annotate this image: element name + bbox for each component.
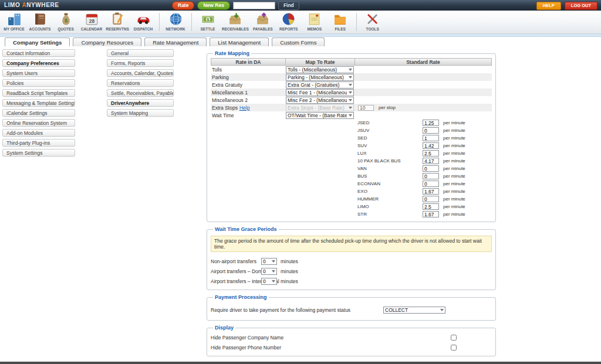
- sidebar-item-readback-script-templates[interactable]: ReadBack Script Templates: [2, 89, 75, 97]
- toolbar-item-files[interactable]: FILES: [327, 12, 353, 31]
- payment-status-select[interactable]: COLLECT: [383, 307, 445, 314]
- nav-item-label: System Users: [6, 70, 38, 76]
- help-button[interactable]: HELP: [536, 2, 561, 10]
- sidebar-item-system-users[interactable]: System Users: [2, 69, 75, 77]
- map-to-rate-select-extra-stops[interactable]: Extra Stops - (Base Rate): [286, 104, 354, 111]
- toolbar-item-label: DISPATCH: [134, 27, 153, 31]
- pie-chart-icon: [281, 12, 296, 26]
- extra-stops-help-link[interactable]: Help: [239, 105, 249, 111]
- tab-company-settings[interactable]: Company Settings: [5, 38, 70, 46]
- toolbar-item-payables[interactable]: PAYABLES: [250, 12, 276, 31]
- tab-company-resources[interactable]: Company Resources: [73, 38, 141, 46]
- column-header-map-to-rate: Map To Rate: [286, 58, 355, 66]
- vehicle-rate-input-econvan[interactable]: [423, 181, 439, 187]
- rate-unit-label: per minute: [443, 151, 465, 156]
- toolbar-item-memos[interactable]: MEMOS: [302, 12, 327, 31]
- vehicle-rate-input-jsed[interactable]: [423, 120, 439, 126]
- subnav-item-system-mapping[interactable]: System Mapping: [107, 109, 174, 117]
- svg-text:$: $: [64, 18, 67, 23]
- sidebar-item-system-settings[interactable]: System Settings: [2, 149, 75, 157]
- sidebar-item-company-preferences[interactable]: Company Preferences: [2, 59, 75, 67]
- nav-item-label: System Settings: [6, 150, 42, 156]
- toolbar-item-reservtns[interactable]: RESERVTNS: [104, 12, 130, 31]
- sidebar-item-online-reservation-system[interactable]: Online Reservation System: [2, 119, 75, 127]
- new-res-button[interactable]: New Res: [197, 1, 229, 10]
- vehicle-rate-input-limo[interactable]: [423, 203, 439, 210]
- grace-minutes-select-airport-transfers-international[interactable]: 0: [261, 278, 277, 285]
- sidebar-item-third-party-plug-ins[interactable]: Third-party Plug-ins: [2, 139, 75, 147]
- sidebar-item-add-on-modules[interactable]: Add-on Modules: [2, 129, 75, 137]
- grace-minutes-select-wrap: 0: [261, 278, 277, 285]
- inbox-up-icon: [255, 12, 270, 26]
- subnav-item-accounts-calendar-quotes[interactable]: Accounts, Calendar, Quotes: [107, 69, 174, 77]
- vehicle-rate-input-bus[interactable]: [423, 173, 439, 179]
- checkbox-hide-passenger-phone-number[interactable]: [451, 345, 457, 351]
- vehicle-type-label: BUS: [357, 174, 423, 179]
- rate-button[interactable]: Rate: [172, 1, 194, 10]
- vehicle-rate-input-sed[interactable]: [423, 135, 439, 141]
- subnav-item-settle-receivables-payables[interactable]: Settle, Receivables, Payables: [107, 89, 174, 97]
- sidebar-item-icalendar-settings[interactable]: iCalendar Settings: [2, 109, 75, 117]
- find-button[interactable]: Find: [278, 1, 299, 10]
- subnav-item-driveranywhere[interactable]: DriverAnywhere: [107, 99, 174, 107]
- building-icon: [7, 12, 22, 26]
- toolbar-item-quotes[interactable]: $QUOTES: [53, 12, 79, 31]
- vehicle-rate-input-suv[interactable]: [423, 142, 439, 149]
- subnav-item-general[interactable]: General: [107, 49, 174, 57]
- vehicle-rate-input-10-pax-black-bus[interactable]: [423, 158, 439, 164]
- payment-processing-section: Payment Processing Require driver to tak…: [207, 294, 496, 321]
- vehicle-rate-input-hummer[interactable]: [423, 196, 439, 202]
- map-to-rate-select-parking[interactable]: Parking - (Miscellaneous): [286, 74, 354, 81]
- grace-periods-legend: Wait Time Grace Periods: [213, 226, 279, 232]
- subnav-item-reservations[interactable]: Reservations: [107, 79, 174, 87]
- nav-item-label: System Mapping: [111, 110, 148, 116]
- vehicle-rate-input-jsuv[interactable]: [423, 127, 439, 134]
- map-to-rate-select-miscellaneous-1[interactable]: Misc Fee 1 - (Miscellaneous): [286, 89, 354, 96]
- tab-custom-forms[interactable]: Custom Forms: [272, 38, 325, 46]
- map-to-rate-select-wait-time[interactable]: OT/Wait Time - (Base Rate): [286, 112, 354, 119]
- tools-icon: [365, 12, 380, 26]
- checkbox-hide-passenger-company-name[interactable]: [451, 335, 457, 341]
- minutes-unit-label: minutes: [281, 278, 298, 284]
- clipboard-icon: [110, 12, 125, 26]
- extra-stops-rate-input[interactable]: [358, 105, 374, 111]
- column-header-rate-in-da: Rate in DA: [211, 58, 286, 66]
- vehicle-rate-row-bus: BUSper minute: [211, 172, 492, 180]
- map-to-rate-select-wrap: Misc Fee 2 - (Miscellaneous): [286, 97, 354, 104]
- vehicle-rate-input-lux[interactable]: [423, 150, 439, 157]
- grace-minutes-select-airport-transfers-domestic[interactable]: 0: [261, 268, 277, 275]
- toolbar-item-network[interactable]: NETWORK: [163, 12, 188, 31]
- search-input[interactable]: [233, 2, 275, 9]
- toolbar-item-settle[interactable]: $SETTLE: [195, 12, 221, 31]
- toolbar-item-calendar[interactable]: 28CALENDAR: [79, 12, 104, 31]
- vehicle-rate-input-exo[interactable]: [423, 188, 439, 195]
- tab-label: Company Settings: [13, 39, 62, 46]
- map-to-rate-select-tolls[interactable]: Tolls - (Miscellaneous): [286, 66, 354, 73]
- tab-rate-management[interactable]: Rate Management: [144, 38, 207, 46]
- toolbar-item-reports[interactable]: REPORTS: [276, 12, 302, 31]
- book-icon: [33, 12, 48, 26]
- map-to-rate-cell: Misc Fee 1 - (Miscellaneous): [286, 89, 355, 96]
- sidebar-item-policies[interactable]: Policies: [2, 79, 75, 87]
- toolbar-item-tools[interactable]: TOOLS: [360, 12, 386, 31]
- logout-button[interactable]: LOG OUT: [565, 2, 597, 10]
- sidebar-item-messaging-template-settings[interactable]: Messaging & Template Settings: [2, 99, 75, 107]
- map-to-rate-select-extra-gratuity[interactable]: Extra Grat - (Gratuities): [286, 81, 354, 89]
- nav-item-label: DriverAnywhere: [111, 100, 149, 106]
- toolbar-item-my-office[interactable]: MY OFFICE: [1, 12, 27, 31]
- toolbar-item-dispatch[interactable]: DISPATCH: [130, 12, 156, 31]
- subnav-item-forms-reports[interactable]: Forms, Reports: [107, 59, 174, 67]
- toolbar-item-accounts[interactable]: ACCOUNTS: [27, 12, 53, 31]
- map-to-rate-select-miscellaneous-2[interactable]: Misc Fee 2 - (Miscellaneous): [286, 97, 354, 104]
- grace-minutes-select-non-airport-transfers[interactable]: 0: [261, 258, 277, 265]
- toolbar-item-receivables[interactable]: RECEIVABLES: [221, 12, 250, 31]
- sidebar-item-contact-information[interactable]: Contact Information: [2, 49, 75, 57]
- tab-list-management[interactable]: List Management: [210, 38, 269, 46]
- tab-label: Custom Forms: [280, 39, 316, 46]
- map-to-rate-select-wrap: Parking - (Miscellaneous): [286, 74, 354, 81]
- vehicle-rate-input-str[interactable]: [423, 211, 439, 217]
- vehicle-rate-input-van[interactable]: [423, 165, 439, 172]
- svg-text:$: $: [207, 18, 209, 22]
- limo-anywhere-logo[interactable]: LIMO ANYWHERE: [4, 2, 59, 8]
- vehicle-type-label: JSUV: [357, 128, 423, 133]
